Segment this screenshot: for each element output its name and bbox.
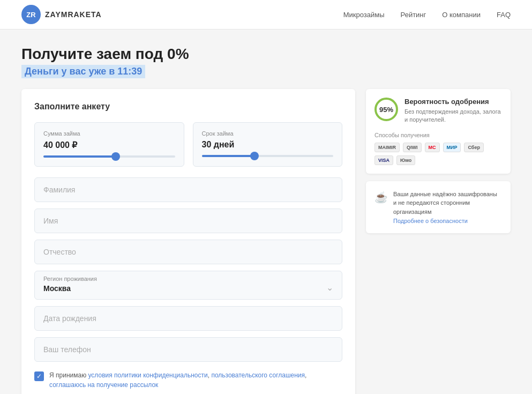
security-row: ☕ Ваши данные надёжно зашифрованы и не п… bbox=[374, 190, 502, 225]
firstname-field[interactable]: Имя bbox=[34, 209, 342, 233]
terms-checkbox[interactable] bbox=[34, 371, 44, 381]
sidebar: 95% Вероятность одобрения Без подтвержде… bbox=[366, 89, 511, 394]
region-label: Регион проживания bbox=[43, 276, 97, 282]
loan-term-track[interactable] bbox=[202, 155, 334, 157]
region-value: Москва bbox=[43, 284, 71, 293]
security-text: Ваши данные надёжно зашифрованы и не пер… bbox=[393, 190, 502, 217]
shield-icon: ☕ bbox=[374, 191, 388, 204]
chevron-down-icon: ⌄ bbox=[326, 283, 333, 293]
phone-field[interactable]: Ваш телефон bbox=[34, 337, 342, 362]
logo-icon: ZR bbox=[21, 5, 41, 24]
loan-amount-track[interactable] bbox=[43, 155, 175, 158]
security-content: Ваши данные надёжно зашифрованы и не пер… bbox=[393, 190, 502, 225]
lastname-placeholder: Фамилия bbox=[43, 185, 75, 194]
region-select-inner: Регион проживания Москва bbox=[43, 276, 97, 293]
hero-title: Получите заем под 0% bbox=[21, 46, 511, 63]
phone-placeholder: Ваш телефон bbox=[43, 345, 91, 354]
sliders-row: Сумма займа 40 000 ₽ Срок займа 30 дней bbox=[34, 122, 342, 167]
payment-icon-maymir: MAIMIR bbox=[374, 143, 400, 152]
payment-icon-qiwi: QIWI bbox=[403, 143, 422, 152]
dob-field[interactable]: Дата рождения bbox=[34, 306, 342, 331]
payment-icon-mc: MC bbox=[425, 143, 440, 152]
nav-microloans[interactable]: Микрозаймы bbox=[343, 11, 385, 19]
loan-amount-label: Сумма займа bbox=[43, 130, 175, 137]
application-form-card: Заполните анкету Сумма займа 40 000 ₽ Ср… bbox=[21, 89, 355, 394]
user-agreement-link[interactable]: пользовательского соглашения bbox=[211, 371, 305, 379]
payment-methods-label: Способы получения bbox=[374, 132, 502, 138]
dob-placeholder: Дата рождения bbox=[43, 314, 96, 323]
approval-card: 95% Вероятность одобрения Без подтвержде… bbox=[366, 89, 511, 174]
nav-about[interactable]: О компании bbox=[442, 11, 481, 19]
logo[interactable]: ZR ZAYMRAKETA bbox=[21, 5, 102, 24]
payment-icon-visa: VISA bbox=[374, 155, 393, 165]
firstname-placeholder: Имя bbox=[43, 217, 58, 225]
form-title: Заполните анкету bbox=[34, 102, 342, 111]
approval-title: Вероятность одобрения bbox=[404, 98, 502, 106]
header: ZR ZAYMRAKETA Микрозаймы Рейтинг О компа… bbox=[0, 0, 532, 29]
loan-term-label: Срок займа bbox=[202, 130, 334, 137]
privacy-policy-link[interactable]: условия политики конфиденциальности bbox=[88, 371, 207, 379]
patronymic-field[interactable]: Отчество bbox=[34, 240, 342, 264]
loan-amount-thumb[interactable] bbox=[111, 152, 120, 161]
security-link[interactable]: Подробнее о безопасности bbox=[393, 218, 468, 224]
terms-text: Я принимаю условия политики конфиденциал… bbox=[49, 370, 342, 390]
loan-term-thumb[interactable] bbox=[250, 152, 259, 160]
payment-icon-mir: МИР bbox=[443, 143, 461, 152]
main-nav: Микрозаймы Рейтинг О компании FAQ bbox=[343, 11, 511, 19]
form-footer: Я принимаю условия политики конфиденциал… bbox=[34, 370, 342, 394]
payment-icon-yumo: Юмо bbox=[396, 155, 415, 165]
lastname-field[interactable]: Фамилия bbox=[34, 177, 342, 202]
loan-term-fill bbox=[202, 155, 254, 157]
loan-amount-slider-group[interactable]: Сумма займа 40 000 ₽ bbox=[34, 122, 184, 167]
payment-icons-row: MAIMIR QIWI MC МИР Сбер VISA Юмо bbox=[374, 143, 502, 165]
loan-term-value: 30 дней bbox=[202, 140, 334, 150]
main-layout: Заполните анкету Сумма займа 40 000 ₽ Ср… bbox=[0, 89, 532, 394]
region-select[interactable]: Регион проживания Москва ⌄ bbox=[34, 271, 342, 300]
nav-faq[interactable]: FAQ bbox=[497, 11, 511, 19]
hero-section: Получите заем под 0% Деньги у вас уже в … bbox=[0, 29, 532, 89]
payment-methods-section: Способы получения MAIMIR QIWI MC МИР Сбе… bbox=[374, 132, 502, 165]
loan-term-slider-group[interactable]: Срок займа 30 дней bbox=[193, 122, 343, 167]
logo-text: ZAYMRAKETA bbox=[45, 10, 102, 19]
approval-row: 95% Вероятность одобрения Без подтвержде… bbox=[374, 98, 502, 124]
payment-icon-sber: Сбер bbox=[464, 143, 483, 152]
approval-text: Вероятность одобрения Без подтверждения … bbox=[404, 98, 502, 124]
approval-desc: Без подтверждения дохода, залога и поруч… bbox=[404, 108, 502, 124]
loan-amount-value: 40 000 ₽ bbox=[43, 140, 175, 150]
mailing-consent-link[interactable]: соглашаюсь на получение рассылок bbox=[49, 381, 158, 389]
security-card: ☕ Ваши данные надёжно зашифрованы и не п… bbox=[366, 181, 511, 234]
nav-rating[interactable]: Рейтинг bbox=[401, 11, 426, 19]
approval-percentage: 95% bbox=[374, 98, 398, 121]
hero-subtitle: Деньги у вас уже в 11:39 bbox=[21, 65, 145, 78]
patronymic-placeholder: Отчество bbox=[43, 248, 76, 256]
terms-checkbox-area: Я принимаю условия политики конфиденциал… bbox=[34, 370, 342, 390]
loan-amount-fill bbox=[43, 155, 116, 158]
